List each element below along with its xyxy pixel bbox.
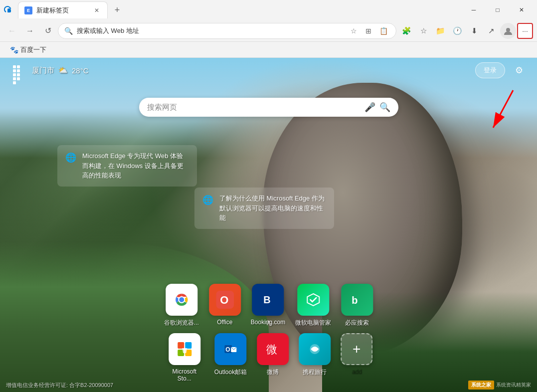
ctrip-label: 携程旅行 xyxy=(303,368,327,377)
weibo-icon: 微 xyxy=(257,333,289,365)
mic-icon[interactable]: 🎤 xyxy=(364,102,375,113)
weibo-label: 微博 xyxy=(267,368,279,377)
dot xyxy=(17,73,20,76)
svg-point-4 xyxy=(179,297,184,302)
quick-item-booking[interactable]: B Booking.com xyxy=(251,284,285,327)
quick-item-office[interactable]: O Office xyxy=(209,284,241,327)
quick-item-weibo[interactable]: 微 微博 xyxy=(257,333,289,382)
maximize-button[interactable]: □ xyxy=(486,2,509,18)
weather-widget: 厦门市 ⛅ 28°C xyxy=(32,66,89,75)
office-icon: O xyxy=(209,284,241,316)
watermark-label: 系统之家 xyxy=(471,382,491,388)
booking-label: Booking.com xyxy=(251,319,285,326)
weather-icon: ⛅ xyxy=(58,66,68,75)
watermark: 系统之家 系统资讯精英家 xyxy=(468,381,531,390)
ctrip-icon xyxy=(299,333,331,365)
watermark-text: 系统之家 xyxy=(468,381,494,390)
dot xyxy=(17,65,20,68)
favorites-btn[interactable]: ☆ xyxy=(415,23,431,39)
quick-row-1: 谷歌浏览器... O Office xyxy=(164,284,373,327)
add-label: add xyxy=(352,368,361,375)
office-label: Office xyxy=(217,319,232,326)
svg-rect-14 xyxy=(185,342,191,349)
info-text-2: 了解为什么使用 Microsoft Edge 作为默认浏览器可以提高电脑的速度和… xyxy=(219,194,326,223)
quick-item-add[interactable]: + add xyxy=(341,333,372,382)
refresh-button[interactable]: ↺ xyxy=(40,23,56,39)
new-tab-button[interactable]: + xyxy=(110,2,125,17)
bookmarks-bar: 🐾 百度一下 xyxy=(0,42,537,58)
minimize-button[interactable]: ─ xyxy=(462,2,485,18)
page-top-bar: 厦门市 ⛅ 28°C 登录 ⚙ xyxy=(0,58,537,83)
svg-text:微: 微 xyxy=(266,343,277,356)
info-box-1: 🌐 Microsoft Edge 专为现代 Web 体验而构建，在 Window… xyxy=(57,145,197,187)
share-btn[interactable]: ↗ xyxy=(483,23,499,39)
collections-btn[interactable]: 📁 xyxy=(432,23,448,39)
dot xyxy=(17,69,20,72)
svg-rect-13 xyxy=(178,342,184,349)
license-text: 增值电信业务经营许可证: 合字B2-20090007 xyxy=(6,382,113,389)
downloads-btn[interactable]: ⬇ xyxy=(466,23,482,39)
tab-bar: E 新建标签页 ✕ + xyxy=(18,1,460,18)
pcmanager-label: 微软电脑管家 xyxy=(295,319,331,327)
search-placeholder: 搜索网页 xyxy=(147,103,360,112)
chrome-icon xyxy=(166,284,197,316)
footer-bar: 增值电信业务经营许可证: 合字B2-20090007 系统之家 系统资讯精英家 xyxy=(0,378,537,392)
url-bar[interactable]: 🔍 搜索或输入 Web 地址 ☆ ⊞ 📋 xyxy=(58,23,396,39)
settings-button[interactable]: ⚙ xyxy=(511,62,527,78)
quick-item-chrome[interactable]: 谷歌浏览器... xyxy=(164,284,199,327)
outlook-label: Outlook邮箱 xyxy=(214,368,247,377)
profile-button[interactable] xyxy=(500,23,516,39)
new-tab-page: 厦门市 ⛅ 28°C 登录 ⚙ 搜索网页 🎤 🔍 🌐 Microsoft Edg… xyxy=(0,58,537,392)
quick-item-ctrip[interactable]: 携程旅行 xyxy=(299,333,331,382)
search-button[interactable]: 🔍 xyxy=(379,102,390,113)
back-button[interactable]: ← xyxy=(4,23,20,39)
info-box-2: 🌐 了解为什么使用 Microsoft Edge 作为默认浏览器可以提高电脑的速… xyxy=(194,188,334,229)
tab-close-button[interactable]: ✕ xyxy=(92,6,101,15)
sharepoint-icon[interactable]: 📋 xyxy=(377,24,390,37)
svg-text:O: O xyxy=(220,294,228,306)
dot xyxy=(13,65,16,68)
quick-item-pcmanager[interactable]: 微软电脑管家 xyxy=(295,284,331,327)
apps-grid-button[interactable] xyxy=(10,62,26,78)
search-container: 搜索网页 🎤 🔍 xyxy=(139,98,398,117)
dot xyxy=(13,69,16,72)
active-tab[interactable]: E 新建标签页 ✕ xyxy=(18,1,108,18)
close-button[interactable]: ✕ xyxy=(510,2,533,18)
search-box[interactable]: 搜索网页 🎤 🔍 xyxy=(139,98,398,117)
address-bar: ← → ↺ 🔍 搜索或输入 Web 地址 ☆ ⊞ 📋 🧩 ☆ 📁 🕐 ⬇ ↗ ·… xyxy=(0,20,537,42)
window-controls-right: ─ □ ✕ xyxy=(462,2,533,18)
bingsearch-icon: b xyxy=(341,284,373,316)
login-button[interactable]: 登录 xyxy=(475,62,505,78)
tab-favicon: E xyxy=(24,6,32,14)
menu-button[interactable]: ··· xyxy=(517,23,533,39)
quick-item-bingsearch[interactable]: b 必应搜索 xyxy=(341,284,373,327)
pcmanager-icon xyxy=(297,284,329,316)
window-controls-left xyxy=(4,6,12,14)
extensions-btn[interactable]: 🧩 xyxy=(398,23,414,39)
toolbar-icons: 🧩 ☆ 📁 🕐 ⬇ ↗ ··· xyxy=(398,23,533,39)
url-icons: ☆ ⊞ 📋 xyxy=(347,24,390,37)
info-icon-2: 🌐 xyxy=(202,195,213,205)
forward-button[interactable]: → xyxy=(22,23,38,39)
bookmark-baidu[interactable]: 🐾 百度一下 xyxy=(6,43,50,56)
dot xyxy=(13,81,16,84)
history-btn[interactable]: 🕐 xyxy=(449,23,465,39)
booking-icon: B xyxy=(252,284,284,316)
city-name: 厦门市 xyxy=(32,66,54,75)
collections-icon[interactable]: ⊞ xyxy=(362,24,375,37)
msstore-icon xyxy=(169,333,200,365)
title-bar: E 新建标签页 ✕ + ─ □ ✕ xyxy=(0,0,537,20)
edge-icon xyxy=(4,6,12,14)
page-top-right: 登录 ⚙ xyxy=(475,62,527,78)
temperature: 28°C xyxy=(72,66,89,75)
dot xyxy=(13,73,16,76)
dot xyxy=(17,77,20,80)
info-icon-1: 🌐 xyxy=(65,152,76,163)
svg-text:b: b xyxy=(352,295,358,306)
quick-access: 谷歌浏览器... O Office xyxy=(164,284,373,382)
svg-point-0 xyxy=(506,28,510,32)
baidu-icon: 🐾 xyxy=(10,46,18,54)
quick-item-outlook[interactable]: O Outlook邮箱 xyxy=(214,333,247,382)
favorites-icon[interactable]: ☆ xyxy=(347,24,360,37)
quick-item-msstore[interactable]: Microsoft Sto... xyxy=(165,333,204,382)
